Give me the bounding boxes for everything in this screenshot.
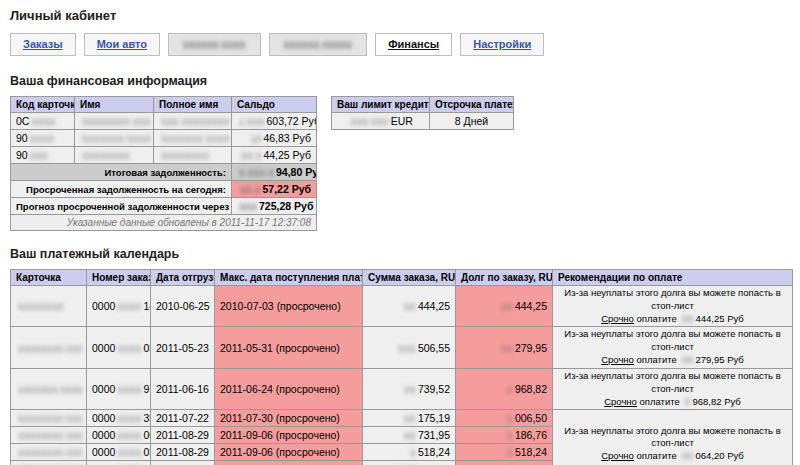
max-payment-date-cell: 2011-06-24 (просрочено) (215, 368, 363, 409)
summary-row-total: Итоговая задолженность: X XXX X94,80 Руб (11, 164, 317, 181)
tab-blurred-2[interactable]: XXXXXX XXXXX (269, 33, 368, 56)
card-cell: XXXXXXXX (11, 286, 87, 327)
recommendation-cell: Из-за неуплаты этого долга вы можете поп… (553, 327, 793, 368)
col-payment-deferral: Отсрочка платежа (430, 97, 514, 113)
payment-calendar-table: Карточка Номер заказа Дата отгрузки Макс… (10, 269, 793, 465)
card-code-cell: 0CXXXX (11, 113, 75, 130)
ship-date-cell: 2010-06-25 (151, 286, 215, 327)
card-cell: XXXXXXXX XXX (11, 327, 87, 368)
order-debt-cell: X006,50 (456, 410, 553, 427)
order-sum-cell: XX175,19 (363, 410, 456, 427)
saldo-cell: 1X46,83 Руб (232, 130, 317, 147)
calendar-header-row: Карточка Номер заказа Дата отгрузки Макс… (11, 270, 793, 286)
ship-date-cell: 2011-06-16 (151, 368, 215, 409)
tab-my-cars[interactable]: Мои авто (84, 33, 160, 56)
data-updated-note-row: Указанные данные обновлены в 2011-11-17 … (11, 215, 317, 231)
ship-date-cell: 2011-08-29 (151, 427, 215, 444)
card-code-cell: 90XXX (11, 147, 75, 164)
overdue-debt-label: Просроченная задолженность на сегодня: (11, 181, 232, 198)
col-saldo: Сальдо (232, 97, 317, 113)
order-debt-cell: X518,24 (456, 444, 553, 461)
order-sum-cell: XXX506,55 (363, 327, 456, 368)
card-cell: XXXXXXXX XXX (11, 461, 87, 465)
ship-date-cell: 2011-09-26 (151, 461, 215, 465)
order-number-cell: 0000XXXX03 (87, 327, 151, 368)
ship-date-cell: 2011-08-29 (151, 444, 215, 461)
full-name-cell: XXX XXXXXXXX (154, 113, 232, 130)
col-card: Карточка (11, 270, 87, 286)
page-title: Личный кабинет (10, 8, 790, 23)
urgent-link[interactable]: Срочно (601, 313, 634, 324)
name-cell: XXXXXXXX XXX (75, 113, 154, 130)
recommendation-cell-group-overdue: Из-за неуплаты этого долга вы можете поп… (553, 410, 793, 465)
urgent-link[interactable]: Срочно (601, 354, 634, 365)
forecast-debt-value: XXX725,28 Руб (232, 198, 317, 215)
calendar-row: XXXXXXX XXXX 0000XXXX97 2011-06-16 2011-… (11, 368, 793, 409)
max-payment-date-cell: 2011-05-31 (просрочено) (215, 327, 363, 368)
finance-section: Код карточки Имя Полное имя Сальдо 0CXXX… (10, 96, 790, 231)
tab-bar: Заказы Мои авто XXXXXX XXXX XXXXXX XXXXX… (10, 33, 790, 56)
payment-deferral-value: 8 Дней (430, 113, 514, 130)
card-cell: XXXXXXX XXXX (11, 368, 87, 409)
finance-row: 90XXXX XXXXXXX XXXX XXXXXXX XXXX 1X46,83… (11, 130, 317, 147)
order-sum-cell: XX444,25 (363, 286, 456, 327)
order-debt-cell: XX444,25 (456, 286, 553, 327)
credit-header-row: Ваш лимит кредита Отсрочка платежа (332, 97, 514, 113)
stoplist-warning: Из-за неуплаты этого долга вы можете поп… (556, 370, 789, 396)
card-cell: XXXXXXXX XXX (11, 410, 87, 427)
order-sum-cell: X518,24 (363, 444, 456, 461)
tab-finances[interactable]: Финансы (375, 33, 452, 56)
overdue-debt-value: XX X57,22 Руб (232, 181, 317, 198)
stoplist-warning: Из-за неуплаты этого долга вы можете поп… (556, 425, 789, 451)
ship-date-cell: 2011-07-22 (151, 410, 215, 427)
max-payment-date-cell: 2011-10-04 (просрочено) (215, 461, 363, 465)
order-number-cell: 0000XXXX97 (87, 368, 151, 409)
card-cell: XXXXXXXX XXX (11, 444, 87, 461)
data-updated-note: Указанные данные обновлены в 2011-11-17 … (11, 215, 317, 231)
recommendation-cell: Из-за неуплаты этого долга вы можете поп… (553, 368, 793, 409)
tab-settings[interactable]: Настройки (460, 33, 544, 56)
urgent-pay-line: Срочно оплатите XX444,25 Руб (556, 313, 789, 326)
name-cell: XXXXXXXX (75, 147, 154, 164)
credit-limit-value: XXX XXXEUR (332, 113, 430, 130)
col-max-payment-date: Макс. дата поступления платежа (215, 270, 363, 286)
col-card-code: Код карточки (11, 97, 75, 113)
tab-orders[interactable]: Заказы (10, 33, 76, 56)
full-name-cell: XXXXXXXX (154, 147, 232, 164)
tab-blurred-1[interactable]: XXXXXX XXXX (168, 33, 261, 56)
card-code-cell: 90XXXX (11, 130, 75, 147)
finance-section-title: Ваша финансовая информация (10, 74, 790, 88)
summary-row-overdue: Просроченная задолженность на сегодня: X… (11, 181, 317, 198)
stoplist-warning: Из-за неуплаты этого долга вы можете поп… (556, 328, 789, 354)
urgent-pay-line: Срочно оплатите X968,82 Руб (556, 396, 789, 409)
order-debt-cell: X352,70 (456, 461, 553, 465)
calendar-row: XXXXXXXX 0000XXXX14 2010-06-25 2010-07-0… (11, 286, 793, 327)
col-payment-recommendations: Рекомендации по оплате (553, 270, 793, 286)
saldo-cell: XX X44,25 Руб (232, 147, 317, 164)
max-payment-date-cell: 2011-07-30 (просрочено) (215, 410, 363, 427)
finance-row: 0CXXXX XXXXXXXX XXX XXX XXXXXXXX 1 XXX60… (11, 113, 317, 130)
order-number-cell: 0000XXXX53 (87, 461, 151, 465)
col-ship-date: Дата отгрузки (151, 270, 215, 286)
urgent-link[interactable]: Срочно (604, 396, 637, 407)
name-cell: XXXXXXX XXXX (75, 130, 154, 147)
order-sum-cell: XX739,52 (363, 368, 456, 409)
col-order-sum: Сумма заказа, RUR (363, 270, 456, 286)
max-payment-date-cell: 2010-07-03 (просрочено) (215, 286, 363, 327)
order-number-cell: 0000XXXX03 (87, 444, 151, 461)
recommendation-cell: Из-за неуплаты этого долга вы можете поп… (553, 286, 793, 327)
summary-row-forecast: Прогноз просроченной задолженности через… (11, 198, 317, 215)
max-payment-date-cell: 2011-09-06 (просрочено) (215, 427, 363, 444)
total-debt-value: X XXX X94,80 Руб (232, 164, 317, 181)
ship-date-cell: 2011-05-23 (151, 327, 215, 368)
credit-limit-table: Ваш лимит кредита Отсрочка платежа XXX X… (331, 96, 514, 130)
urgent-pay-line: Срочно оплатите XX064,20 Руб (556, 450, 789, 463)
card-cell: XXXXXXXX XXX (11, 427, 87, 444)
order-sum-cell: XX731,95 (363, 427, 456, 444)
full-name-cell: XXXXXXX XXXX (154, 130, 232, 147)
finance-row: 90XXX XXXXXXXX XXXXXXXX XX X44,25 Руб (11, 147, 317, 164)
order-number-cell: 0000XXXX00 (87, 427, 151, 444)
urgent-link[interactable]: Срочно (601, 450, 634, 461)
max-payment-date-cell: 2011-09-06 (просрочено) (215, 444, 363, 461)
finance-header-row: Код карточки Имя Полное имя Сальдо (11, 97, 317, 113)
